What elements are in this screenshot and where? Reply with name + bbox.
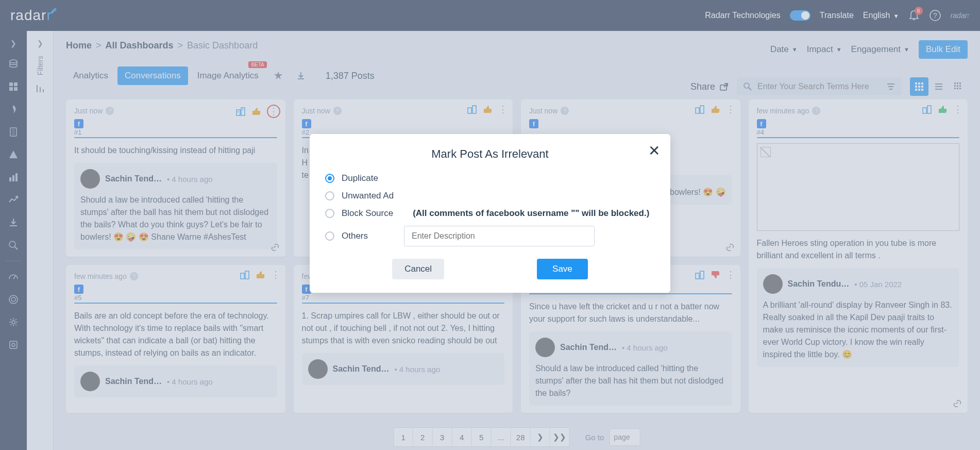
block-note: (All comments of facebook username "" wi… <box>413 208 649 219</box>
modal-close-button[interactable]: ✕ <box>648 142 660 159</box>
radio-label: Duplicate <box>342 173 378 184</box>
cancel-button[interactable]: Cancel <box>392 259 444 279</box>
modal-title: Mark Post As Irrelevant <box>325 147 655 161</box>
radio-input[interactable] <box>325 191 334 201</box>
radio-input[interactable] <box>325 209 334 218</box>
radio-unwanted[interactable]: Unwanted Ad <box>325 191 655 201</box>
radio-block[interactable]: Block Source (All comments of facebook u… <box>325 208 655 219</box>
radio-others[interactable]: Others <box>325 226 655 246</box>
radio-label: Others <box>342 231 368 241</box>
radio-label: Unwanted Ad <box>342 191 394 201</box>
radio-input[interactable] <box>325 231 334 241</box>
radio-duplicate[interactable]: Duplicate <box>325 173 655 184</box>
irrelevant-modal: ✕ Mark Post As Irrelevant Duplicate Unwa… <box>310 134 670 293</box>
description-input[interactable] <box>404 226 595 246</box>
save-button[interactable]: Save <box>537 259 588 279</box>
modal-buttons: Cancel Save <box>325 259 655 279</box>
modal-overlay[interactable]: ✕ Mark Post As Irrelevant Duplicate Unwa… <box>0 0 980 450</box>
radio-label: Block Source <box>342 208 393 219</box>
radio-input[interactable] <box>325 174 334 183</box>
